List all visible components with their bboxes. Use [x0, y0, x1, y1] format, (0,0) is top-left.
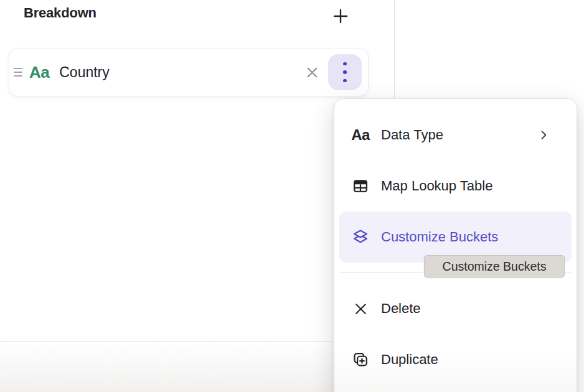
- field-label: Country: [59, 64, 110, 81]
- menu-item-label: Map Lookup Table: [381, 178, 492, 194]
- delete-icon: [351, 299, 370, 318]
- stack-icon: [351, 228, 370, 246]
- menu-item-map-lookup-table[interactable]: Map Lookup Table: [339, 161, 572, 212]
- kebab-icon: [343, 62, 347, 83]
- duplicate-icon: [351, 350, 370, 369]
- context-menu: Aa Data Type Map Lookup Table: [334, 98, 577, 392]
- menu-item-label: Customize Buckets: [381, 229, 498, 245]
- menu-item-delete[interactable]: Delete: [339, 283, 572, 334]
- close-icon: [304, 65, 320, 80]
- page-title: Breakdown: [24, 5, 97, 21]
- menu-item-label: Duplicate: [381, 352, 438, 368]
- field-type-icon: Aa: [29, 63, 49, 82]
- plus-icon: [331, 7, 350, 26]
- text-type-icon: Aa: [351, 126, 370, 144]
- tooltip-text: Customize Buckets: [443, 259, 547, 274]
- menu-item-label: Delete: [381, 301, 421, 317]
- remove-field-button[interactable]: [300, 60, 324, 84]
- menu-item-data-type[interactable]: Aa Data Type: [339, 110, 572, 161]
- field-menu-button[interactable]: [328, 54, 362, 90]
- table-icon: [351, 177, 370, 195]
- drag-handle-icon[interactable]: [14, 68, 22, 77]
- menu-item-duplicate[interactable]: Duplicate: [339, 334, 572, 385]
- tooltip: Customize Buckets: [424, 255, 565, 278]
- menu-item-label: Data Type: [381, 127, 443, 143]
- field-card[interactable]: Aa Country: [9, 48, 369, 96]
- add-breakdown-button[interactable]: [328, 4, 353, 29]
- chevron-right-icon: [537, 129, 550, 141]
